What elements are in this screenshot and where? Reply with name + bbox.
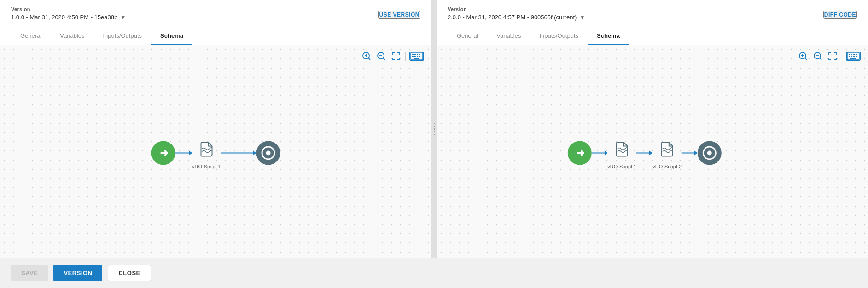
- right-end-inner: [703, 146, 717, 160]
- right-script-2-node[interactable]: [655, 137, 679, 161]
- splitter-dot-3: [434, 128, 435, 130]
- svg-rect-33: [850, 58, 856, 59]
- splitter-dot-4: [434, 131, 435, 132]
- svg-line-6: [383, 58, 385, 60]
- right-panel-header: Version 2.0.0 - Mar 31, 2020 4:57 PM - 9…: [437, 0, 868, 45]
- right-zoom-in-icon[interactable]: [798, 51, 809, 62]
- left-script-1-wrapper: vRO-Script 1: [192, 137, 221, 169]
- right-script-1-node[interactable]: [610, 137, 634, 161]
- right-version-label: Version: [448, 6, 585, 12]
- footer: SAVE VERSION CLOSE: [0, 258, 868, 288]
- right-arrow-3: [682, 151, 698, 156]
- left-tab-general[interactable]: General: [11, 28, 51, 45]
- left-canvas-toolbar: [361, 51, 424, 62]
- left-tabs-row: General Variables Inputs/Outputs Schema: [11, 28, 420, 45]
- right-version-info: Version 2.0.0 - Mar 31, 2020 4:57 PM - 9…: [448, 6, 585, 23]
- svg-rect-32: [856, 56, 857, 58]
- right-toolbar-divider: [842, 52, 842, 61]
- right-tab-inputs-outputs[interactable]: Inputs/Outputs: [530, 28, 588, 45]
- right-schema-canvas: ➜ vRO-: [437, 45, 868, 258]
- left-end-dot: [266, 151, 271, 156]
- svg-rect-27: [853, 54, 855, 55]
- svg-rect-10: [417, 54, 418, 55]
- right-tab-general[interactable]: General: [448, 28, 487, 45]
- svg-rect-9: [414, 54, 416, 55]
- left-tab-variables[interactable]: Variables: [51, 28, 93, 45]
- right-tab-schema[interactable]: Schema: [588, 28, 629, 45]
- svg-line-3: [368, 58, 370, 60]
- right-version-selector[interactable]: 2.0.0 - Mar 31, 2020 4:57 PM - 900565f (…: [448, 14, 585, 23]
- left-script-1-label: vRO-Script 1: [192, 164, 221, 169]
- left-workflow-diagram: ➜ vRO-: [151, 137, 280, 169]
- right-keyboard-icon[interactable]: [846, 52, 861, 61]
- right-workflow-diagram: ➜ vRO-: [567, 137, 722, 169]
- right-tab-variables[interactable]: Variables: [487, 28, 530, 45]
- svg-rect-30: [851, 56, 852, 58]
- svg-line-23: [820, 58, 821, 60]
- left-start-node: ➜: [151, 141, 175, 165]
- svg-line-20: [805, 58, 807, 60]
- splitter-dot-2: [434, 126, 435, 127]
- right-chevron-down-icon[interactable]: ▼: [579, 14, 585, 21]
- left-version-text: 1.0.0 - Mar 31, 2020 4:50 PM - 15ea38b: [11, 14, 117, 21]
- right-arrow-2: [636, 151, 652, 156]
- svg-rect-8: [412, 54, 414, 55]
- diff-code-button[interactable]: DIFF CODE: [823, 11, 857, 19]
- left-end-inner: [262, 146, 275, 160]
- left-fit-icon[interactable]: [390, 51, 402, 62]
- right-script-2-wrapper: vRO-Script 2: [652, 137, 682, 169]
- left-panel: Version 1.0.0 - Mar 31, 2020 4:50 PM - 1…: [0, 0, 432, 258]
- right-arrow-1: [591, 151, 607, 156]
- left-arrow-1: [175, 151, 192, 156]
- left-version-info: Version 1.0.0 - Mar 31, 2020 4:50 PM - 1…: [11, 6, 126, 23]
- svg-rect-26: [851, 54, 852, 55]
- svg-rect-13: [414, 56, 416, 58]
- svg-rect-14: [417, 56, 418, 58]
- left-chevron-down-icon[interactable]: ▼: [120, 14, 126, 21]
- right-script-2-label: vRO-Script 2: [652, 164, 682, 169]
- use-version-button[interactable]: USE VERSION: [378, 11, 420, 19]
- svg-rect-15: [419, 56, 420, 58]
- splitter-dot-1: [434, 123, 435, 124]
- left-zoom-out-icon[interactable]: [376, 51, 387, 62]
- left-arrow-2: [221, 151, 256, 156]
- left-tab-inputs-outputs[interactable]: Inputs/Outputs: [93, 28, 151, 45]
- svg-rect-25: [849, 54, 850, 55]
- panel-splitter[interactable]: [432, 0, 437, 258]
- version-button[interactable]: VERSION: [53, 265, 102, 281]
- left-tab-schema[interactable]: Schema: [151, 28, 192, 45]
- right-version-row: Version 2.0.0 - Mar 31, 2020 4:57 PM - 9…: [448, 6, 857, 28]
- left-panel-header: Version 1.0.0 - Mar 31, 2020 4:50 PM - 1…: [0, 0, 431, 45]
- svg-rect-29: [849, 56, 850, 58]
- left-version-row: Version 1.0.0 - Mar 31, 2020 4:50 PM - 1…: [11, 6, 420, 28]
- left-schema-canvas: ➜ vRO-: [0, 45, 431, 258]
- left-start-arrow-icon: ➜: [160, 147, 168, 159]
- right-panel: Version 2.0.0 - Mar 31, 2020 4:57 PM - 9…: [437, 0, 868, 258]
- right-version-text: 2.0.0 - Mar 31, 2020 4:57 PM - 900565f (…: [448, 14, 577, 21]
- save-button[interactable]: SAVE: [11, 265, 48, 281]
- right-start-arrow-icon: ➜: [576, 147, 584, 159]
- left-keyboard-icon[interactable]: [409, 52, 424, 61]
- right-fit-icon[interactable]: [827, 51, 838, 62]
- right-script-1-wrapper: vRO-Script 1: [607, 137, 636, 169]
- svg-rect-16: [414, 58, 419, 59]
- right-start-node: ➜: [567, 141, 591, 165]
- left-version-label: Version: [11, 6, 126, 12]
- main-content: Version 1.0.0 - Mar 31, 2020 4:50 PM - 1…: [0, 0, 868, 258]
- left-version-selector[interactable]: 1.0.0 - Mar 31, 2020 4:50 PM - 15ea38b ▼: [11, 14, 126, 23]
- left-toolbar-divider: [405, 52, 406, 61]
- left-zoom-in-icon[interactable]: [361, 51, 372, 62]
- left-end-node: [256, 141, 280, 165]
- right-script-1-label: vRO-Script 1: [607, 164, 636, 169]
- svg-rect-31: [853, 56, 855, 58]
- svg-rect-28: [856, 54, 857, 55]
- right-canvas-toolbar: [798, 51, 861, 62]
- close-button[interactable]: CLOSE: [108, 265, 151, 281]
- right-zoom-out-icon[interactable]: [812, 51, 823, 62]
- svg-rect-11: [419, 54, 420, 55]
- right-tabs-row: General Variables Inputs/Outputs Schema: [448, 28, 857, 45]
- right-end-dot: [707, 151, 712, 156]
- splitter-dot-5: [434, 134, 435, 135]
- left-script-1-node[interactable]: [195, 137, 219, 161]
- svg-rect-12: [412, 56, 414, 58]
